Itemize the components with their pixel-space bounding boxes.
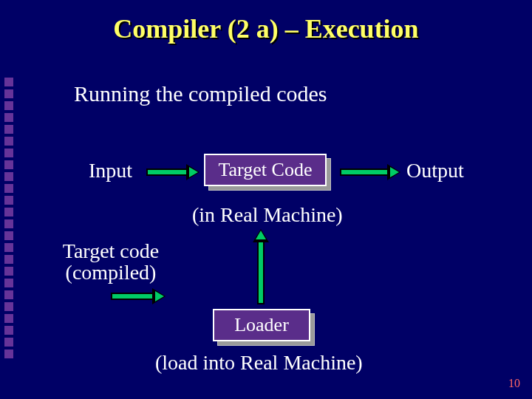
target-code-box: Target Code xyxy=(204,154,327,186)
arrow-loader-to-target xyxy=(256,231,266,304)
page-number: 10 xyxy=(508,377,520,390)
slide-title: Compiler (2 a) – Execution xyxy=(0,13,532,44)
arrow-input-to-target xyxy=(146,167,198,177)
arrow-compiled-to-loader xyxy=(111,291,164,301)
loader-box: Loader xyxy=(213,309,310,341)
load-into-note: (load into Real Machine) xyxy=(155,351,363,375)
slide-subtitle: Running the compiled codes xyxy=(74,81,327,106)
loader-box-label: Loader xyxy=(213,309,310,341)
real-machine-note: (in Real Machine) xyxy=(192,203,343,227)
decorative-bullet-strip xyxy=(4,78,15,361)
target-compiled-line2: (compiled) xyxy=(66,261,157,284)
output-label: Output xyxy=(406,159,464,183)
arrow-target-to-output xyxy=(340,167,399,177)
target-compiled-line1: Target code xyxy=(63,239,159,262)
target-code-box-label: Target Code xyxy=(204,154,327,186)
target-compiled-label: Target code (compiled) xyxy=(52,240,170,284)
input-label: Input xyxy=(89,159,132,183)
